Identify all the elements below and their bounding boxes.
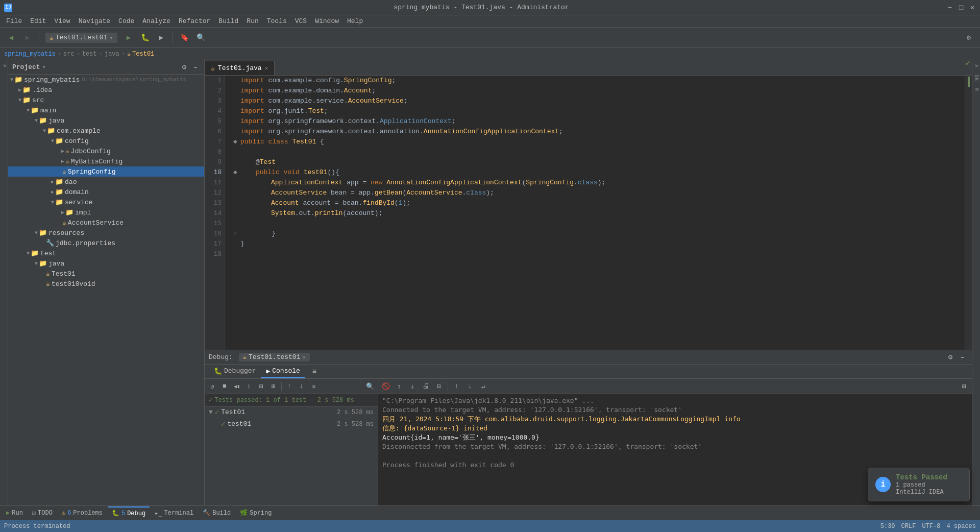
error-stripe — [968, 77, 970, 87]
notification-popup[interactable]: i Tests Passed 1 passed IntelliJ IDEA — [868, 468, 970, 501]
tree-item-domain[interactable]: ▶ 📁 domain — [8, 187, 204, 197]
debug-tab-label[interactable]: ☕ Test01.test01 ✕ — [239, 353, 310, 361]
bottom-tab-debug[interactable]: 🐛 5 Debug — [108, 506, 150, 519]
debug-button[interactable]: 🐛 — [138, 31, 152, 45]
tree-item-java[interactable]: ▼ 📁 java — [8, 115, 204, 126]
console-fold-btn[interactable]: ⊟ — [433, 381, 445, 392]
tree-arrow-service: ▼ — [51, 200, 54, 205]
test-filter-btn[interactable]: ⊟ — [256, 381, 267, 392]
console-soft-wrap-btn[interactable]: ↵ — [478, 381, 489, 392]
menu-code[interactable]: Code — [114, 16, 138, 26]
bottom-tab-build[interactable]: 🔨 Build — [199, 507, 235, 519]
code-editor[interactable]: 1 2 3 4 5 6 7 8 9 10 11 — [205, 76, 972, 350]
breadcrumb-project[interactable]: spring_mybatis — [4, 51, 56, 58]
tree-item-spring-mybatis[interactable]: ▼ 📁 spring_mybatis D:\ideaworkspace\spri… — [8, 75, 204, 85]
menu-vcs[interactable]: VCS — [291, 16, 311, 26]
tree-item-test-java[interactable]: ▼ 📁 java — [8, 258, 204, 269]
test-rerun-btn[interactable]: ↺ — [207, 381, 218, 392]
test-expand-btn[interactable]: ⊞ — [268, 381, 279, 392]
tree-item-src[interactable]: ▼ 📁 src — [8, 95, 204, 105]
settings-button[interactable]: ⚙ — [962, 31, 976, 45]
bottom-tab-run[interactable]: ▶ Run — [2, 507, 27, 519]
console-scroll-bottom-btn[interactable]: ⇓ — [407, 381, 418, 392]
bottom-tab-spring[interactable]: 🌿 Spring — [236, 507, 276, 519]
console-scroll-top-btn[interactable]: ⇑ — [394, 381, 405, 392]
console-clear-btn[interactable]: 🚫 — [380, 381, 391, 392]
tree-item-main[interactable]: ▼ 📁 main — [8, 105, 204, 115]
tree-item-idea[interactable]: ▶ 📁 .idea — [8, 85, 204, 95]
menu-view[interactable]: View — [50, 16, 74, 26]
tree-item-accountservice[interactable]: ☕ AccountService — [8, 217, 204, 228]
test-item-test01-class[interactable]: ▼ ✓ Test01 2 s 528 ms — [205, 406, 378, 418]
test-next-btn[interactable]: ↓ — [296, 381, 307, 392]
console-menu-btn[interactable]: ≡ — [307, 365, 322, 379]
bottom-tab-todo[interactable]: ☑ TODO — [28, 507, 57, 519]
debug-tab-close[interactable]: ✕ — [302, 354, 306, 360]
menu-file[interactable]: File — [2, 16, 26, 26]
tree-item-service[interactable]: ▼ 📁 service — [8, 197, 204, 207]
tree-item-test01[interactable]: ☕ Test01 — [8, 269, 204, 279]
bottom-tab-terminal[interactable]: ▸_ Terminal — [151, 507, 198, 519]
tree-item-jdbc-properties[interactable]: 🔧 jdbc.properties — [8, 238, 204, 248]
test-close-btn[interactable]: ✕ — [308, 381, 320, 392]
menu-edit[interactable]: Edit — [26, 16, 50, 26]
run-with-coverage[interactable]: ▶ — [154, 31, 168, 45]
breadcrumb-test[interactable]: test — [82, 51, 97, 58]
code-content[interactable]: import com.example.config.SpringConfig; … — [225, 76, 965, 350]
test-prev-btn[interactable]: ↑ — [284, 381, 295, 392]
back-button[interactable]: ◀ — [4, 31, 18, 45]
right-side-maven[interactable]: M — [972, 86, 980, 93]
bookmark-button[interactable]: 🔖 — [177, 31, 191, 45]
test-pause-btn[interactable]: ◀▮ — [231, 381, 242, 392]
breadcrumb-src[interactable]: src — [63, 51, 75, 58]
test-stop-btn[interactable]: ■ — [219, 381, 230, 392]
menu-build[interactable]: Build — [214, 16, 242, 26]
console-settings-btn[interactable]: ⊞ — [959, 381, 970, 392]
bottom-tab-problems[interactable]: ⚠ 6 Problems — [58, 507, 107, 519]
menu-run[interactable]: Run — [242, 16, 262, 26]
debug-subtab-debugger[interactable]: 🐛 Debugger — [209, 365, 261, 378]
tree-item-impl[interactable]: ▶ 📁 impl — [8, 207, 204, 217]
toolbar-separator-1 — [39, 32, 39, 44]
tree-item-jdbcconfig[interactable]: ▶ ☕ JdbcConfig — [8, 146, 204, 156]
minimize-button[interactable]: − — [946, 4, 953, 11]
debug-tab-text: Test01.test01 — [249, 353, 300, 361]
console-print-btn[interactable]: 🖨 — [420, 381, 431, 392]
debug-minimize-btn[interactable]: – — [958, 352, 968, 362]
menu-help[interactable]: Help — [343, 16, 367, 26]
console-prev-btn[interactable]: ↑ — [451, 381, 462, 392]
menu-tools[interactable]: Tools — [263, 16, 291, 26]
maximize-button[interactable]: □ — [958, 4, 965, 11]
editor-tab-test01[interactable]: ☕ Test01.java ✕ — [205, 61, 275, 75]
tree-item-test010void[interactable]: ☕ test010void — [8, 279, 204, 289]
sidebar-minimize[interactable]: – — [191, 63, 200, 72]
test-sort-btn[interactable]: ↕ — [243, 381, 255, 392]
tree-item-mybatisconfig[interactable]: ▶ ☕ MyBatisConfig — [8, 156, 204, 166]
project-tool-button[interactable]: P — [0, 62, 8, 69]
menu-analyze[interactable]: Analyze — [138, 16, 175, 26]
menu-window[interactable]: Window — [311, 16, 343, 26]
tree-item-com-example[interactable]: ▼ 📁 com.example — [8, 126, 204, 136]
tree-item-test[interactable]: ▼ 📁 test — [8, 248, 204, 258]
tree-item-config[interactable]: ▼ 📁 config — [8, 136, 204, 146]
test-search-btn[interactable]: 🔍 — [364, 381, 376, 392]
test-item-test01-method[interactable]: ✓ test01 2 s 528 ms — [205, 418, 378, 430]
tree-item-resources[interactable]: ▼ 📁 resources — [8, 228, 204, 238]
forward-button[interactable]: ▶ — [20, 31, 35, 45]
menu-refactor[interactable]: Refactor — [175, 16, 214, 26]
sidebar-settings[interactable]: ⚙ — [180, 63, 189, 72]
run-config-selector[interactable]: ☕ Test01.test01 ▾ — [45, 33, 117, 43]
console-next-btn[interactable]: ↓ — [464, 381, 476, 392]
search-everywhere[interactable]: 🔍 — [193, 31, 208, 45]
tab-close-button[interactable]: ✕ — [265, 65, 268, 71]
debug-settings-btn[interactable]: ⚙ — [945, 352, 955, 362]
tree-item-dao[interactable]: ▶ 📁 dao — [8, 177, 204, 187]
breadcrumb-java[interactable]: java — [105, 51, 119, 58]
menu-navigate[interactable]: Navigate — [75, 16, 114, 26]
debug-subtab-console[interactable]: ▶ Console — [261, 365, 305, 378]
right-side-todo[interactable]: A — [972, 62, 980, 69]
close-button[interactable]: ✕ — [969, 4, 976, 11]
tree-item-springconfig[interactable]: ☕ SpringConfig — [8, 166, 204, 177]
right-side-db[interactable]: DB — [972, 72, 980, 83]
run-button[interactable]: ▶ — [121, 31, 136, 45]
